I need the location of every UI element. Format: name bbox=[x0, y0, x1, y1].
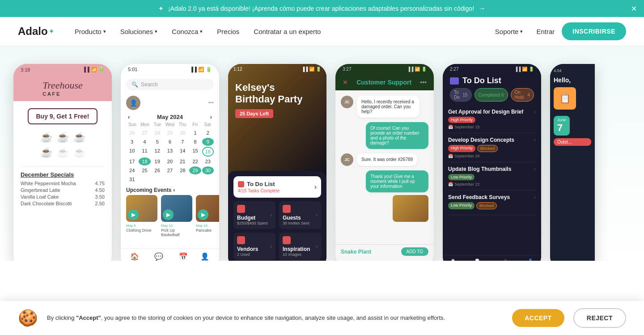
task-item-4[interactable]: Send Feedback Surveys Low Priority Block… bbox=[448, 191, 536, 215]
task-2-badges: High Priority Blocked bbox=[448, 145, 514, 152]
cal-day[interactable]: 27 bbox=[164, 166, 176, 174]
nav-item-soluciones[interactable]: Soluciones ▾ bbox=[114, 24, 164, 39]
nav-events[interactable]: 📅Events bbox=[178, 252, 190, 261]
task-2-title: Develop Design Concepts bbox=[448, 137, 514, 143]
cal-day[interactable]: 19 bbox=[152, 157, 163, 165]
grid-card-inspiration[interactable]: Inspiration 10 Images › bbox=[279, 233, 321, 260]
cal-day[interactable]: 6 bbox=[164, 138, 176, 146]
cal-day[interactable]: 11 bbox=[139, 147, 150, 157]
grid-card-budget-title: Budget bbox=[237, 215, 272, 221]
p5-nav-dashboard[interactable]: ⊞Dashboard bbox=[497, 259, 514, 261]
cal-day[interactable]: 30 bbox=[177, 129, 188, 137]
nav-item-conozca[interactable]: Conozca ▾ bbox=[165, 24, 209, 39]
inscribirse-button[interactable]: INSCRIBIRSE bbox=[562, 22, 626, 40]
cal-day[interactable]: 28 bbox=[177, 166, 188, 174]
logo[interactable]: Adalo✦ bbox=[18, 25, 54, 38]
outstanding-badge: Outst... bbox=[554, 138, 591, 146]
grid-card-arrow: › bbox=[270, 243, 272, 250]
grid-card-budget[interactable]: Budget $250/$400 Spent › bbox=[233, 201, 275, 229]
task-3-badges: Low Priority bbox=[448, 174, 511, 180]
event-card-3[interactable]: ▶ May 16 Pancake bbox=[196, 195, 219, 237]
nav-item-soporte[interactable]: Soporte ▾ bbox=[489, 24, 530, 39]
filter-completed[interactable]: Completed 6 bbox=[475, 88, 508, 102]
vendors-icon bbox=[237, 236, 245, 244]
nav-item-contratar[interactable]: Contratar a un experto bbox=[247, 24, 327, 39]
task-list: Get Approval for Design Brief High Prior… bbox=[443, 105, 541, 255]
nav-label-contratar: Contratar a un experto bbox=[254, 28, 321, 35]
p5-nav-home[interactable]: 🏠Home bbox=[449, 259, 458, 261]
close-icon[interactable]: ✕ bbox=[343, 79, 348, 86]
nav-links: Producto ▾ Soluciones ▾ Conozca ▾ Precio… bbox=[68, 24, 485, 39]
cal-day[interactable]: 31 bbox=[126, 175, 138, 183]
cal-day[interactable]: 17 bbox=[126, 157, 138, 165]
support-title: Customer Support bbox=[356, 79, 411, 86]
cal-day[interactable]: 8 bbox=[189, 138, 201, 146]
more-options-icon[interactable]: ••• bbox=[420, 79, 427, 86]
cal-day[interactable]: 27 bbox=[139, 129, 150, 137]
grid-card-vendors[interactable]: Vendors 2 Used › bbox=[233, 233, 275, 260]
cal-day[interactable]: 28 bbox=[152, 129, 163, 137]
messages-icon: 💬 bbox=[154, 252, 163, 261]
cal-day[interactable]: 22 bbox=[189, 157, 201, 165]
cal-day[interactable]: 29 bbox=[164, 129, 176, 137]
banner-close-button[interactable]: ✕ bbox=[631, 4, 637, 13]
cal-day[interactable]: 5 bbox=[152, 138, 163, 146]
entrar-button[interactable]: Entrar bbox=[536, 28, 555, 35]
todo-card-title: To Do List bbox=[247, 181, 275, 187]
cal-day[interactable]: 18 bbox=[139, 157, 150, 165]
cal-day[interactable]: 4 bbox=[139, 138, 150, 146]
event-card-2[interactable]: ▶ May 10 Pick Up Basketball bbox=[161, 195, 192, 237]
cal-day[interactable]: 3 bbox=[126, 138, 138, 146]
event-card-1[interactable]: ▶ May 6 Clothing Drive bbox=[126, 195, 157, 237]
cal-day[interactable]: 21 bbox=[177, 157, 188, 165]
event-cards: ▶ May 6 Clothing Drive ▶ May 10 bbox=[121, 195, 219, 237]
cal-day[interactable]: 15 bbox=[189, 147, 201, 157]
nav-messages[interactable]: 💬Messages bbox=[149, 252, 168, 261]
nav-item-producto[interactable]: Producto ▾ bbox=[68, 24, 112, 39]
search-bar[interactable]: 🔍 Search bbox=[126, 79, 214, 90]
nav-home[interactable]: 🏠Home bbox=[129, 252, 140, 261]
task-3-date: 📅 September 22 bbox=[448, 182, 511, 187]
cal-day[interactable]: 16 bbox=[202, 147, 214, 157]
nav-profile[interactable]: 👤Profile bbox=[199, 252, 211, 261]
filter-on-hold[interactable]: On Hold 4 bbox=[511, 88, 534, 102]
add-to-cart-button[interactable]: ADD TO bbox=[401, 247, 428, 256]
cal-day[interactable]: 12 bbox=[152, 147, 163, 157]
todo-list-icon bbox=[450, 77, 459, 85]
task-item-3[interactable]: Update Blog Thumbnails Low Priority 📅 Se… bbox=[448, 162, 536, 191]
next-month-button[interactable]: › bbox=[210, 114, 212, 120]
phone1-time: 3:18 bbox=[21, 67, 30, 72]
cal-day[interactable]: 30 bbox=[202, 166, 214, 174]
cal-day[interactable]: 1 bbox=[189, 129, 201, 137]
menu-item-2-name: Gingerbread Latte bbox=[21, 187, 60, 193]
p5-nav-profile[interactable]: 👤Profile bbox=[525, 259, 536, 261]
cal-header-thu: Thu bbox=[176, 122, 189, 127]
task-item-2[interactable]: Develop Design Concepts High Priority Bl… bbox=[448, 133, 536, 162]
banner-arrow[interactable]: → bbox=[479, 4, 486, 13]
cal-day[interactable]: 29 bbox=[189, 166, 201, 174]
prev-month-button[interactable]: ‹ bbox=[128, 114, 130, 120]
cal-day[interactable]: 20 bbox=[164, 157, 176, 165]
more-options-icon[interactable]: ••• bbox=[208, 100, 214, 106]
todo-card[interactable]: To Do List 4/15 Tasks Complete › bbox=[233, 176, 321, 198]
nav-item-precios[interactable]: Precios bbox=[211, 24, 246, 39]
cal-day[interactable]: 14 bbox=[177, 147, 188, 157]
p5-nav-messages[interactable]: 💬Messages bbox=[469, 259, 485, 261]
filter-todo[interactable]: To Do 15 bbox=[450, 88, 472, 102]
cal-day[interactable]: 9 bbox=[202, 138, 214, 146]
cal-day[interactable]: 2 bbox=[202, 129, 214, 137]
cal-day[interactable]: 24 bbox=[126, 166, 138, 174]
filter-todo-count: 15 bbox=[463, 93, 468, 98]
task-item-1[interactable]: Get Approval for Design Brief High Prior… bbox=[448, 105, 536, 133]
event-date-3: May 16 bbox=[196, 224, 219, 228]
cal-day[interactable]: 25 bbox=[139, 166, 150, 174]
cal-day[interactable]: 23 bbox=[202, 157, 214, 165]
cal-day[interactable]: 10 bbox=[126, 147, 138, 157]
cal-day[interactable]: 26 bbox=[126, 129, 138, 137]
search-placeholder: Search bbox=[141, 81, 158, 88]
cal-day[interactable]: 26 bbox=[152, 166, 163, 174]
cal-day[interactable]: 13 bbox=[164, 147, 176, 157]
grid-card-guests[interactable]: Guests 30 Invites Sent › bbox=[279, 201, 321, 229]
phone-mockup-1: 3:18 ▐▐ 📶 🔋 Treehouse CAFE Buy 9, Get 1 … bbox=[13, 64, 112, 261]
cal-day[interactable]: 7 bbox=[177, 138, 188, 146]
